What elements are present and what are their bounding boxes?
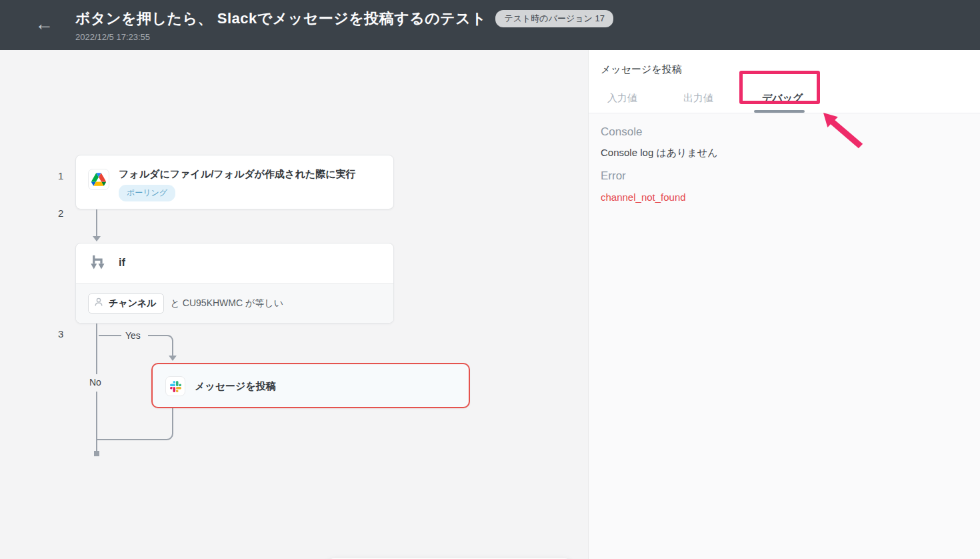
console-heading: Console bbox=[601, 125, 642, 139]
polling-badge: ポーリング bbox=[119, 185, 175, 201]
version-badge: テスト時のバージョン 17 bbox=[495, 10, 613, 27]
workflow-canvas: 1 2 3 フォルダにファイル/フォルダが作成された際に実行 ポーリング bbox=[0, 50, 588, 559]
step-number-1: 1 bbox=[58, 170, 63, 181]
side-panel-title: メッセージを投稿 bbox=[601, 63, 682, 76]
branch-merge-line bbox=[97, 408, 173, 440]
node-trigger-google-drive[interactable]: フォルダにファイル/フォルダが作成された際に実行 ポーリング bbox=[75, 155, 394, 209]
branch-no-line bbox=[96, 324, 97, 374]
error-message: channel_not_found bbox=[601, 191, 686, 203]
branch-no-label: No bbox=[89, 377, 101, 388]
if-condition-row: チャンネル と CU95KHWMC が等しい bbox=[76, 284, 393, 323]
debug-tab-content: Console Console log はありません Error channel… bbox=[589, 113, 980, 559]
slack-icon bbox=[165, 376, 185, 396]
connector-line bbox=[96, 209, 97, 237]
tab-output-values[interactable]: 出力値 bbox=[683, 92, 713, 105]
condition-variable-label: チャンネル bbox=[109, 298, 157, 310]
node-slack-title: メッセージを投稿 bbox=[195, 380, 276, 393]
node-if[interactable]: if チャンネル と CU95KHWMC が等しい bbox=[75, 243, 394, 324]
branch-yes-arrow bbox=[169, 356, 177, 361]
active-tab-underline bbox=[754, 110, 805, 113]
step-number-3: 3 bbox=[58, 328, 63, 340]
side-panel-tabbar: 入力値 出力値 デバッグ bbox=[589, 85, 980, 113]
debug-side-panel: メッセージを投稿 入力値 出力値 デバッグ Console Console lo… bbox=[588, 50, 980, 559]
node-slack-post-message[interactable]: メッセージを投稿 bbox=[151, 363, 470, 408]
connector-arrow bbox=[93, 236, 101, 241]
condition-text: と CU95KHWMC が等しい bbox=[171, 298, 283, 310]
branch-yes-line bbox=[99, 335, 121, 336]
branch-yes-corner bbox=[148, 335, 173, 353]
page-title: ボタンを押したら、 Slackでメッセージを投稿するのテスト bbox=[75, 9, 486, 29]
flow-end-dot bbox=[94, 451, 99, 456]
branch-yes-label: Yes bbox=[125, 330, 141, 341]
branch-icon bbox=[88, 253, 108, 275]
user-icon bbox=[93, 297, 104, 310]
tab-debug[interactable]: デバッグ bbox=[762, 92, 803, 105]
node-if-title: if bbox=[119, 257, 125, 269]
back-arrow-icon[interactable]: ← bbox=[32, 12, 56, 36]
step-number-2: 2 bbox=[58, 207, 63, 219]
condition-variable-chip[interactable]: チャンネル bbox=[88, 294, 164, 314]
node-trigger-title: フォルダにファイル/フォルダが作成された際に実行 bbox=[119, 168, 356, 181]
app-header: ← ボタンを押したら、 Slackでメッセージを投稿するのテスト テスト時のバー… bbox=[0, 0, 980, 50]
tab-input-values[interactable]: 入力値 bbox=[607, 92, 637, 105]
timestamp: 2022/12/5 17:23:55 bbox=[75, 32, 150, 42]
error-heading: Error bbox=[601, 169, 626, 183]
google-drive-icon bbox=[88, 169, 109, 190]
console-message: Console log はありません bbox=[601, 147, 718, 159]
